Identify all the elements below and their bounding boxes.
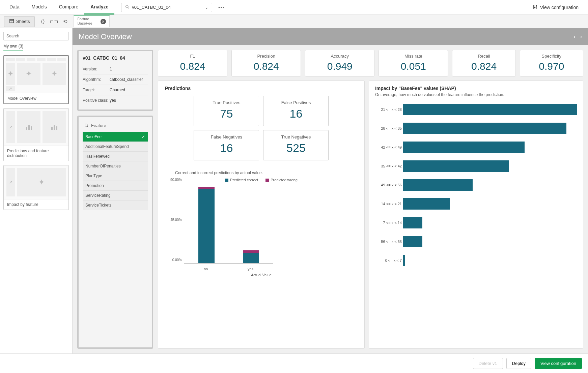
shap-bar[interactable]: 28 <= x < 35 — [375, 123, 577, 134]
svg-rect-11 — [26, 127, 27, 130]
tab-data[interactable]: Data — [3, 0, 26, 14]
svg-line-1 — [128, 7, 129, 8]
delete-button[interactable]: Delete v1 — [473, 358, 503, 369]
feature-item[interactable]: ServiceRating — [83, 191, 148, 200]
confusion-cell[interactable]: False Negatives16 — [194, 130, 259, 160]
panel-title: v01_CATBC_01_04 — [83, 55, 148, 61]
sidebar-tab-myown[interactable]: My own (3) — [3, 44, 23, 51]
feature-item[interactable]: ServiceTickets — [83, 200, 148, 210]
selection-tools: ⟨⟩ ⊏⊐ ⟲ — [41, 19, 67, 25]
shap-bar[interactable]: 42 <= x < 49 — [375, 142, 577, 153]
bar[interactable] — [243, 250, 259, 263]
metric-card[interactable]: F10.824 — [158, 50, 227, 76]
thumb-label: Model Overview — [4, 93, 68, 103]
shap-bar[interactable]: 49 <= x < 56 — [375, 179, 577, 191]
toolbar: Sheets ⟨⟩ ⊏⊐ ⟲ Feature BaseFee ✕ — [0, 15, 588, 28]
sheets-icon — [9, 19, 14, 25]
shap-chart[interactable]: 21 <= x < 2828 <= x < 3542 <= x < 4935 <… — [375, 104, 577, 274]
panel-title: Impact by "BaseFee" values (SHAP) — [375, 86, 577, 91]
feature-item[interactable]: NumberOfPenalties — [83, 161, 148, 171]
chart-legend: Predicted correct Predicted wrong — [165, 178, 358, 182]
svg-point-0 — [126, 5, 129, 8]
panel-subtitle: On average, how much do values of the fe… — [375, 92, 577, 97]
sheet-search-input[interactable] — [3, 32, 69, 40]
svg-line-18 — [87, 126, 88, 127]
model-selector-value: v01_CATBC_01_04 — [132, 5, 205, 10]
selection-chip[interactable]: Feature BaseFee ✕ — [74, 15, 109, 27]
more-menu[interactable]: ••• — [216, 3, 227, 12]
search-icon — [84, 123, 89, 128]
feature-item[interactable]: HasRenewed — [83, 152, 148, 161]
footer: Delete v1 Deploy View configuration — [0, 353, 588, 373]
model-selector[interactable]: v01_CATBC_01_04 ⌄ — [121, 3, 212, 12]
svg-point-3 — [533, 6, 534, 7]
info-row: Positive class:yes — [83, 95, 148, 105]
shap-bar[interactable]: 14 <= x < 21 — [375, 198, 577, 210]
svg-point-17 — [85, 124, 88, 127]
selection-back-icon[interactable]: ⟨⟩ — [41, 19, 45, 25]
shap-bar[interactable]: 35 <= x < 42 — [375, 160, 577, 172]
x-axis-title: Actual Value — [165, 273, 358, 277]
confusion-cell[interactable]: False Positives16 — [263, 96, 329, 126]
feature-item[interactable]: PlanType — [83, 171, 148, 181]
metric-card[interactable]: Accuracy0.949 — [305, 50, 374, 76]
model-info-panel: v01_CATBC_01_04 Version:1Algorithm:catbo… — [77, 50, 153, 111]
check-icon: ✓ — [142, 134, 145, 139]
search-icon — [125, 4, 130, 10]
chip-label: Feature — [77, 17, 92, 21]
metric-card[interactable]: Recall0.824 — [452, 50, 515, 76]
metric-card[interactable]: Precision0.824 — [231, 50, 301, 76]
selection-step-icon[interactable]: ⊏⊐ — [50, 19, 58, 25]
top-nav: DataModelsCompareAnalyze v01_CATBC_01_04… — [0, 0, 588, 15]
legend-swatch-wrong — [265, 179, 269, 182]
prediction-chart[interactable]: 0.00%45.00%90.00% noyes — [184, 183, 273, 271]
next-sheet[interactable]: › — [580, 34, 582, 40]
tab-models[interactable]: Models — [26, 0, 53, 14]
chip-value: BaseFee — [77, 21, 92, 26]
thumb-label: Predictions and feature distribution — [4, 146, 68, 161]
svg-rect-15 — [54, 125, 55, 130]
page-title: Model Overview — [79, 32, 132, 41]
tab-compare[interactable]: Compare — [53, 0, 85, 14]
thumb-predictions[interactable]: ↗ Predictions and feature distribution — [3, 108, 69, 161]
svg-point-5 — [534, 7, 535, 8]
close-icon[interactable]: ✕ — [101, 19, 106, 24]
panel-title: Predictions — [165, 86, 358, 91]
predictions-panel: Predictions True Positives75False Positi… — [158, 81, 365, 349]
feature-item[interactable]: BaseFee✓ — [83, 132, 148, 142]
svg-rect-8 — [10, 19, 13, 23]
shap-bar[interactable]: 21 <= x < 28 — [375, 104, 577, 115]
selection-clear-icon[interactable]: ⟲ — [63, 19, 67, 25]
sidebar: My own (3) ✦ ✦ ✦ ↗ Model Overview — [0, 28, 73, 353]
metric-card[interactable]: Miss rate0.051 — [379, 50, 448, 76]
confusion-cell[interactable]: True Negatives525 — [263, 130, 329, 160]
deploy-button[interactable]: Deploy — [506, 358, 531, 369]
info-row: Algorithm:catboost_classifier — [83, 74, 148, 85]
prev-sheet[interactable]: ‹ — [573, 34, 575, 40]
shap-bar[interactable]: 0 <= x < 7 — [375, 255, 577, 266]
feature-item[interactable]: Promotion — [83, 181, 148, 191]
thumb-label: Impact by feature — [4, 199, 68, 210]
svg-rect-12 — [28, 125, 30, 130]
metric-card[interactable]: Specificity0.970 — [520, 50, 583, 76]
bar[interactable] — [198, 187, 215, 263]
sheets-button[interactable]: Sheets — [4, 16, 35, 27]
content: Model Overview ‹ › v01_CATBC_01_04 Versi… — [73, 28, 588, 353]
chevron-down-icon: ⌄ — [205, 5, 208, 10]
feature-search[interactable]: Feature — [83, 121, 148, 130]
top-tabs: DataModelsCompareAnalyze — [3, 0, 114, 14]
tab-analyze[interactable]: Analyze — [84, 0, 114, 14]
info-row: Version:1 — [83, 64, 148, 74]
confusion-cell[interactable]: True Positives75 — [194, 96, 259, 126]
feature-item[interactable]: AdditionalFeatureSpend — [83, 142, 148, 152]
thumb-model-overview[interactable]: ✦ ✦ ✦ ↗ Model Overview — [3, 55, 69, 104]
shap-bar[interactable]: 56 <= x < 63 — [375, 236, 577, 247]
svg-point-7 — [536, 5, 537, 6]
thumb-impact[interactable]: ↗ ✦ Impact by feature — [3, 165, 69, 210]
shap-bar[interactable]: 7 <= x < 14 — [375, 217, 577, 228]
legend-swatch-correct — [225, 179, 228, 182]
view-configuration-link[interactable]: View configuration — [526, 0, 585, 14]
sliders-icon — [532, 4, 537, 10]
shap-panel: Impact by "BaseFee" values (SHAP) On ave… — [369, 81, 583, 349]
view-configuration-button[interactable]: View configuration — [535, 358, 582, 369]
